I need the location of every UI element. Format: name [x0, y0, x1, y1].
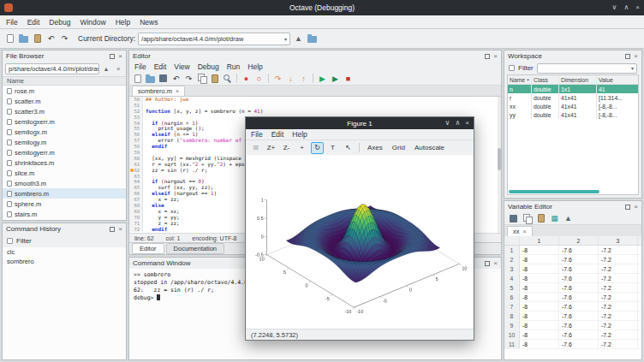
editor-menu-run[interactable]: Run [227, 62, 241, 71]
editor-menu-view[interactable]: View [174, 62, 189, 71]
ve-cell[interactable]: -7.2 [599, 302, 638, 311]
undo-icon[interactable]: ↶ [45, 33, 57, 45]
file-row[interactable]: smooth3.m [3, 178, 126, 188]
ve-cell[interactable]: -7.2 [599, 283, 638, 292]
figure-menu-help[interactable]: Help [292, 130, 307, 139]
ve-row-header[interactable]: 8 [504, 312, 520, 320]
redo-icon[interactable]: ↷ [183, 73, 194, 84]
ve-row-header[interactable]: 10 [504, 330, 520, 339]
ve-cell[interactable]: -8 [520, 274, 559, 282]
workspace-col-class[interactable]: Class [532, 75, 559, 84]
menu-help[interactable]: Help [116, 18, 130, 27]
undock-icon[interactable] [110, 227, 115, 232]
ve-cell[interactable]: -7.2 [599, 312, 638, 320]
ve-cell[interactable]: -7.2 [599, 321, 638, 329]
undock-icon[interactable] [485, 54, 490, 59]
close-icon[interactable]: × [634, 54, 638, 59]
menu-file[interactable]: File [6, 18, 18, 27]
undock-icon[interactable] [485, 261, 490, 266]
browse-directory-icon[interactable] [307, 33, 318, 45]
file-row[interactable]: semilogyerr.m [3, 147, 126, 157]
toggle-axes[interactable]: Axes [364, 143, 386, 152]
file-row[interactable]: semilogxerr.m [3, 116, 126, 127]
run-file-icon[interactable]: ▶ [330, 73, 341, 84]
menu-news[interactable]: News [140, 18, 158, 27]
ve-row-header[interactable]: 7 [504, 302, 520, 311]
paste-icon[interactable] [32, 33, 43, 45]
undock-icon[interactable] [625, 205, 630, 210]
maximize-button[interactable]: ∧ [455, 120, 460, 127]
text-tool-button[interactable]: T [326, 142, 339, 154]
workspace-col-name[interactable]: Name▾ [508, 75, 532, 84]
file-row[interactable]: stairs.m [3, 209, 126, 219]
file-row[interactable]: scatter3.m [3, 106, 126, 116]
toggle-grid[interactable]: Grid [389, 143, 408, 152]
ve-cell[interactable]: -8 [520, 321, 559, 329]
tab-editor[interactable]: Editor [132, 243, 164, 254]
step-out-icon[interactable]: ↑ [298, 73, 309, 84]
figure-menu-edit[interactable]: Edit [271, 130, 284, 139]
ve-row-header[interactable]: 11 [504, 340, 520, 348]
copy-icon[interactable] [522, 213, 533, 224]
rotate-tool-button[interactable]: ↻ [311, 142, 324, 154]
ve-cell[interactable]: -7.2 [599, 330, 638, 339]
ve-cell[interactable]: -7.2 [599, 255, 638, 264]
ve-cell[interactable]: -7.6 [559, 246, 599, 254]
zoom-in-button[interactable]: Z+ [265, 142, 277, 154]
ve-cell[interactable]: -8 [520, 293, 559, 301]
new-script-icon[interactable] [4, 33, 15, 45]
close-icon[interactable]: × [118, 227, 122, 232]
undock-icon[interactable] [625, 54, 630, 59]
figure-plot-canvas[interactable] [247, 155, 474, 329]
breakpoint-marker[interactable] [130, 169, 134, 172]
pan-tool-button[interactable]: + [295, 142, 308, 154]
ve-cell[interactable]: -7.6 [559, 274, 599, 282]
file-list-name-header[interactable]: Name [3, 76, 126, 86]
ve-row-header[interactable]: 5 [504, 283, 520, 292]
ve-cell[interactable]: -8 [520, 330, 559, 339]
file-row[interactable]: shrinkfaces.m [3, 157, 126, 168]
ve-cell[interactable]: -7.6 [559, 293, 599, 301]
save-variable-icon[interactable] [508, 213, 519, 224]
ve-cell[interactable]: -7.6 [559, 321, 599, 329]
history-item[interactable]: clc [3, 247, 126, 257]
ve-row-header[interactable]: 4 [504, 274, 520, 282]
ve-cell[interactable]: -7.6 [559, 302, 599, 311]
zoom-out-button[interactable]: Z- [280, 142, 293, 154]
file-row[interactable]: slice.m [3, 168, 126, 178]
history-item[interactable]: sombrero [3, 257, 126, 266]
ve-row-header[interactable]: 6 [504, 293, 520, 301]
open-folder-icon[interactable] [18, 33, 29, 45]
editor-menu-help[interactable]: Help [247, 62, 262, 71]
ve-cell[interactable]: -7.6 [559, 255, 599, 264]
close-tab-icon[interactable]: × [523, 228, 527, 234]
save-file-icon[interactable] [158, 73, 169, 84]
toggle-breakpoint-icon[interactable]: ● [241, 73, 252, 84]
paste-icon[interactable] [535, 213, 546, 224]
ve-cell[interactable]: -8 [520, 246, 559, 254]
ve-cell[interactable]: -7.6 [559, 264, 599, 273]
workspace-row-yy[interactable]: yydouble41x41[-8,-8... [508, 110, 638, 119]
figure-window[interactable]: Figure 1 ∨∧× FileEditHelp ⊞Z+Z-+↻T↖AxesG… [245, 116, 474, 341]
ve-cell[interactable]: -8 [520, 302, 559, 311]
ve-row-header[interactable]: 9 [504, 321, 520, 329]
menu-debug[interactable]: Debug [49, 18, 70, 27]
select-tool-button[interactable]: ↖ [342, 142, 355, 154]
editor-menu-edit[interactable]: Edit [154, 62, 167, 71]
ve-cell[interactable]: -7.2 [599, 264, 638, 273]
ve-col-header[interactable]: 1 [520, 236, 559, 245]
ve-cell[interactable]: -8 [520, 340, 559, 348]
plot-variable-icon[interactable]: ▦ [549, 213, 560, 224]
menu-edit[interactable]: Edit [27, 18, 40, 27]
actions-menu-icon[interactable]: ≡ [113, 64, 123, 74]
up-level-icon[interactable]: ▲ [563, 213, 574, 224]
ve-cell[interactable]: -7.2 [599, 293, 638, 301]
close-icon[interactable]: × [493, 261, 498, 266]
tab-documentation[interactable]: Documentation [166, 243, 224, 254]
up-directory-icon[interactable]: ▲ [101, 64, 111, 74]
ve-cell[interactable]: -7.6 [559, 312, 599, 320]
filter-checkbox[interactable] [7, 238, 13, 244]
close-icon[interactable]: × [634, 205, 638, 210]
ve-cell[interactable]: -7.2 [599, 246, 638, 254]
ve-row-header[interactable]: 3 [504, 264, 520, 273]
